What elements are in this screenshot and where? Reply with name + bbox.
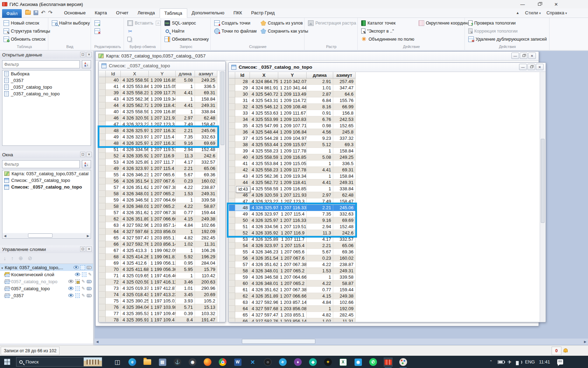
selectable-icon[interactable] [82,272,86,277]
cell[interactable]: 1 203 856.14 [149,241,176,247]
cell[interactable]: 66 [106,241,121,247]
task-view-icon[interactable]: ◫ [113,357,122,367]
cell[interactable]: 1 209 114.72 [278,97,307,104]
cell[interactable]: 1 203 856.08 [278,306,307,312]
cell[interactable]: 4 325 411.68 [121,266,149,273]
cell[interactable]: 53 [106,159,121,165]
ribbon-button-Каталог точек[interactable]: Каталог точек [359,19,416,27]
cell[interactable]: 35 [235,123,250,129]
cell[interactable]: 1 [176,247,195,254]
selectable-icon[interactable] [75,293,80,298]
cell[interactable]: 249.31 [195,102,217,109]
cell[interactable]: 4.84 [307,299,333,306]
cell[interactable]: 54 [235,243,250,249]
cell[interactable]: 1 209 117.78 [278,167,307,173]
scrollbar-thumb[interactable] [220,71,224,145]
cell[interactable]: 0.39 [176,311,195,317]
open-data-item-_0357_catalog_no_topo[interactable]: _0357_catalog_no_topo [2,90,91,97]
volume-icon[interactable] [516,356,522,368]
ribbon-button-Точки по файлам[interactable]: ●Точки по файлам [212,27,259,35]
cell[interactable]: 4.41 [307,167,333,173]
cell[interactable]: 60 [235,280,250,287]
cell[interactable]: 4 325 548.44 [250,129,278,135]
cell[interactable]: 1 209 116.85 [278,186,307,192]
cell[interactable]: 42 [235,167,250,173]
cell[interactable]: 4 325 558.23 [121,90,149,96]
cell[interactable]: 66 [235,318,250,322]
table-row[interactable]: 294 324 861.911 210 341.441.01347.47 [229,85,545,91]
cell[interactable]: 4 325 540.72 [250,91,278,97]
cell[interactable]: 1.01 [176,285,195,292]
tab-Основные[interactable]: Основные [59,8,90,18]
cell[interactable]: 0.77 [307,287,333,293]
cell[interactable]: 57 [235,261,250,268]
table-row[interactable]: 624 326 351.891 207 066.664.15249.38 [229,293,545,299]
table-row[interactable]: 684 325 414.261 199 061.815.92196.29 [99,254,225,260]
cell[interactable]: 4 327 592.76 [121,241,149,247]
ribbon-button-cut-icon[interactable]: ✂ [125,27,163,35]
row-header[interactable] [99,260,106,266]
table-row[interactable]: 614 326 351.621 207 067.380.77159.44 [229,287,545,293]
edit-pencil-icon[interactable]: ✎ [82,279,85,284]
cell[interactable]: 8.16 [307,104,333,110]
row-header[interactable] [99,109,106,115]
cell[interactable]: 5.71 [176,304,195,311]
cell[interactable]: 31 [235,97,250,104]
cell[interactable]: 1 207 121.93 [278,192,307,198]
table-row[interactable]: 364 325 548.441 209 106.844.56245.8 [229,129,545,135]
table-row[interactable]: 704 325 411.681 199 056.365.9515.79 [99,266,225,273]
cell[interactable]: 4 326 346.58 [121,197,149,203]
row-header[interactable] [99,229,106,235]
table-row[interactable]: 774 325 395.531 197 109.490.39103.32 [99,311,225,317]
scroll-right-icon[interactable]: ▶ [85,234,91,238]
layer-row-0357_catalog_topo[interactable]: 0357_catalog_topo✎ [0,285,93,292]
row-header[interactable] [99,203,106,210]
cell[interactable]: 336.5 [195,83,217,90]
float-panel-icon[interactable]: ⊡ [80,52,85,57]
cell[interactable]: 4 326 351.62 [250,287,278,293]
cell[interactable]: 1 197 416.11 [149,279,176,285]
cell[interactable]: 62.48 [333,192,356,198]
cell[interactable]: 5.92 [176,254,195,260]
ribbon-button-Коррекция топологии[interactable]: ✕Коррекция топологии [466,27,549,35]
row-header[interactable] [99,222,106,229]
ribbon-button-SQL-запрос[interactable]: SQLSQL-запрос [162,19,211,27]
table-row[interactable]: 324 325 546.121 209 108.488.1666.99 [229,104,545,110]
cell[interactable]: 4 326 320.59 [250,192,278,198]
row-header[interactable] [99,216,106,222]
row-header[interactable] [99,90,106,96]
layer-icon[interactable] [5,293,9,298]
cell[interactable]: 1 209 108.48 [278,104,307,110]
table-row[interactable]: 664 327 592.761 203 856.141.0211.31 [99,241,225,247]
layer-row-Косметический слой[interactable]: Косметический слой✎ [0,271,93,278]
table-row[interactable]: 644 327 597.681 203 856.081192.09 [99,229,225,235]
cell[interactable]: 1 197 109.4 [149,317,176,322]
cell[interactable]: 1 209 116.85 [149,77,176,83]
visibility-eye-icon[interactable] [68,287,74,290]
cell[interactable]: 70 [106,266,121,273]
cell[interactable]: 4 327 597.68 [121,229,149,235]
open-data-filter-input[interactable] [2,60,80,68]
cell[interactable]: 41 [106,83,121,90]
cell[interactable]: 58 [106,203,121,210]
table-row[interactable]: 594 326 346.581 207 064.661339.58 [229,274,545,280]
cell[interactable]: 347.47 [333,85,356,91]
cell[interactable]: 4 326 351.62 [121,184,149,191]
cell[interactable]: 4 326 351.89 [121,216,149,222]
table-row[interactable]: 634 327 592.961 203 857.144.84102.66 [229,299,545,306]
table-row[interactable]: 544 326 323.971 207 115.42.2165.06 [229,243,545,249]
add-layer-icon[interactable]: ⊕ [19,255,23,261]
table-row[interactable]: 304 325 540.721 209 113.492.8764.6 [229,91,545,97]
row-header[interactable] [229,179,235,186]
column-header-Id[interactable]: Id [106,71,121,77]
cell[interactable]: 249.38 [195,216,217,222]
cell[interactable]: 4 325 018.43 [121,292,149,298]
row-header[interactable] [229,243,235,249]
table-row[interactable]: 574 326 351.621 207 067.384.22238.87 [229,261,545,268]
cell[interactable]: 65.06 [195,165,217,172]
cell[interactable]: 1 209 106.84 [278,129,307,135]
cell[interactable]: 46 [106,115,121,121]
open-data-item-Выборка[interactable]: Выборка [2,70,91,77]
cell[interactable]: 4 324 861.91 [250,85,278,91]
visibility-eye-icon[interactable] [74,266,79,269]
